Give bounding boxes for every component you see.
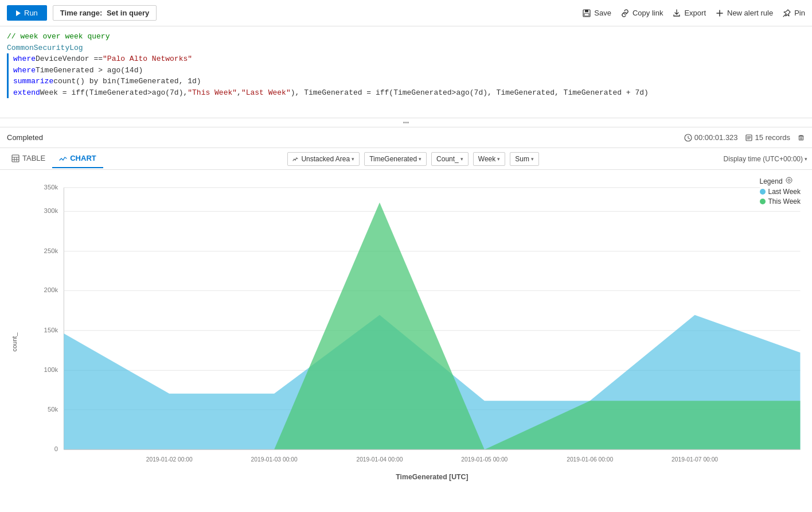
- status-completed: Completed: [7, 133, 43, 142]
- code-bar6: [7, 87, 9, 99]
- export-action[interactable]: Export: [672, 9, 706, 18]
- chart-options: Unstacked Area ▾ TimeGenerated ▾ Count_ …: [287, 152, 539, 166]
- legend-item-this-week: This Week: [760, 197, 801, 205]
- status-right: 00:00:01.323 15 records: [684, 133, 805, 142]
- svg-text:300k: 300k: [44, 207, 58, 214]
- svg-rect-6: [12, 155, 19, 162]
- status-time-value: 00:00:01.323: [694, 133, 738, 142]
- code-plain4: TimeGenerated > ago(14d): [36, 65, 143, 76]
- chevron-icon6: ▾: [805, 156, 807, 162]
- code-str6a: "This Week": [188, 87, 237, 99]
- svg-text:2019-01-06 00:00: 2019-01-06 00:00: [567, 456, 613, 463]
- x-axis-label: TimeGenerated: [369, 155, 417, 163]
- tab-table[interactable]: TABLE: [5, 149, 52, 168]
- code-plain6a: Week = iff(TimeGenerated>ago(7d),: [40, 87, 188, 99]
- code-plain5: count() by bin(TimeGenerated, 1d): [53, 76, 201, 87]
- chart-icon: [59, 154, 67, 162]
- y-axis-dropdown[interactable]: Count_ ▾: [431, 152, 469, 166]
- svg-text:100k: 100k: [44, 366, 58, 373]
- new-alert-action[interactable]: New alert rule: [715, 9, 773, 18]
- chart-legend: Legend Last Week This Week: [760, 177, 801, 207]
- code-plain6b: ,: [237, 87, 241, 99]
- y-axis-label: Count_: [436, 155, 459, 163]
- link-icon: [620, 9, 630, 18]
- svg-text:150k: 150k: [44, 327, 58, 333]
- display-time[interactable]: Display time (UTC+00:00) ▾: [724, 155, 807, 163]
- legend-label-this-week: This Week: [768, 197, 801, 205]
- svg-text:2019-01-05 00:00: 2019-01-05 00:00: [461, 456, 508, 463]
- tabs-left: TABLE CHART: [5, 149, 103, 168]
- code-editor[interactable]: // week over week query CommonSecurityLo…: [0, 26, 812, 118]
- aggregation-dropdown[interactable]: Sum ▾: [510, 152, 539, 166]
- svg-text:TimeGenerated [UTC]: TimeGenerated [UTC]: [396, 473, 468, 481]
- svg-text:0: 0: [54, 445, 58, 452]
- code-plain3: DeviceVendor ==: [36, 53, 103, 65]
- pin-label: Pin: [794, 9, 805, 17]
- time-range-button[interactable]: Time range: Set in query: [53, 5, 157, 21]
- chevron-icon4: ▾: [497, 156, 500, 162]
- status-time: 00:00:01.323: [684, 133, 738, 142]
- svg-text:2019-01-03 00:00: 2019-01-03 00:00: [251, 456, 298, 463]
- legend-settings-icon[interactable]: [786, 177, 793, 184]
- svg-text:200k: 200k: [44, 286, 58, 293]
- toolbar-right: Save Copy link Export New alert rule: [582, 9, 805, 18]
- status-records-value: 15 records: [755, 133, 790, 142]
- chevron-icon: ▾: [352, 156, 354, 162]
- pin-icon: [782, 9, 791, 18]
- svg-text:2019-01-07 00:00: 2019-01-07 00:00: [672, 456, 718, 463]
- svg-text:250k: 250k: [44, 247, 58, 254]
- code-bar5: [7, 76, 9, 87]
- split-by-dropdown[interactable]: Week ▾: [473, 152, 505, 166]
- code-str3: "Palo Alto Networks": [103, 53, 192, 65]
- delete-icon[interactable]: [797, 134, 805, 142]
- resize-dots: •••: [403, 119, 409, 126]
- legend-dot-this-week: [760, 199, 766, 204]
- legend-item-last-week: Last Week: [760, 188, 801, 196]
- view-tabs: TABLE CHART Unstacked Area ▾ TimeGenerat…: [0, 148, 812, 170]
- legend-label: Legend: [760, 177, 783, 185]
- chart-type-dropdown[interactable]: Unstacked Area ▾: [287, 152, 360, 166]
- split-by-label: Week: [478, 155, 495, 163]
- code-line-4: where TimeGenerated > ago(14d): [0, 65, 812, 76]
- svg-rect-1: [585, 10, 588, 12]
- svg-text:350k: 350k: [44, 184, 58, 191]
- code-line-5: summarize count() by bin(TimeGenerated, …: [0, 76, 812, 87]
- toolbar-left: Run Time range: Set in query: [7, 5, 157, 21]
- legend-label-last-week: Last Week: [768, 188, 801, 196]
- code-comment: // week over week query: [7, 31, 110, 42]
- resize-handle[interactable]: •••: [0, 118, 812, 127]
- time-range-prefix: Time range:: [60, 9, 102, 17]
- status-records: 15 records: [745, 133, 790, 142]
- code-str6b: "Last Week": [241, 87, 291, 99]
- x-axis-dropdown[interactable]: TimeGenerated ▾: [364, 152, 427, 166]
- table-icon: [11, 154, 19, 162]
- code-bar4: [7, 65, 9, 76]
- copy-link-action[interactable]: Copy link: [620, 9, 663, 18]
- legend-title: Legend: [760, 177, 801, 185]
- code-kw5: summarize: [13, 76, 53, 87]
- save-action[interactable]: Save: [582, 9, 611, 18]
- legend-dot-last-week: [760, 189, 766, 195]
- run-icon: [16, 10, 21, 16]
- pin-action[interactable]: Pin: [782, 9, 805, 18]
- new-alert-label: New alert rule: [727, 9, 773, 17]
- export-icon: [672, 9, 681, 18]
- code-line-3: where DeviceVendor == "Palo Alto Network…: [0, 53, 812, 65]
- tab-table-label: TABLE: [22, 154, 45, 162]
- status-left: Completed: [7, 133, 43, 142]
- aggregation-label: Sum: [515, 155, 529, 163]
- plus-icon: [715, 9, 724, 18]
- code-kw3: where: [13, 53, 36, 65]
- area-chart-icon: [292, 156, 299, 162]
- code-bar: [7, 53, 9, 65]
- tab-chart[interactable]: CHART: [52, 149, 103, 168]
- chart-svg: 0 50k 100k 150k 200k 250k 300k 350k 2019…: [34, 176, 812, 491]
- code-table: CommonSecurityLog: [7, 42, 83, 54]
- code-line-6: extend Week = iff(TimeGenerated>ago(7d),…: [0, 87, 812, 99]
- status-bar: Completed 00:00:01.323 15 records: [0, 127, 812, 148]
- chart-type-label: Unstacked Area: [301, 155, 350, 163]
- svg-text:2019-01-04 00:00: 2019-01-04 00:00: [356, 456, 403, 463]
- run-button[interactable]: Run: [7, 5, 47, 21]
- toolbar: Run Time range: Set in query Save Copy l…: [0, 0, 812, 26]
- chevron-icon5: ▾: [531, 156, 534, 162]
